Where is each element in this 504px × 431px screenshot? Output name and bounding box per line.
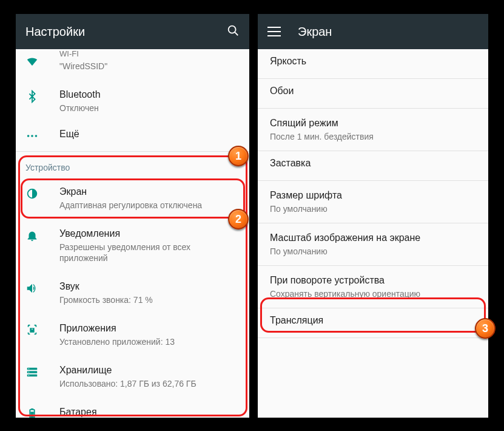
row-screensaver[interactable]: Заставка: [258, 151, 488, 180]
phone-left: Настройки WI-FI "WiredSSID" Bluetooth От…: [16, 14, 249, 418]
row-display[interactable]: Экран Адаптивная регулировка отключена: [16, 177, 249, 219]
bell-icon: [25, 228, 59, 242]
row-sound[interactable]: Звук Громкость звонка: 71 %: [16, 272, 249, 314]
appbar-display: Экран: [258, 14, 488, 49]
display-title: Экран: [59, 186, 240, 199]
svg-rect-14: [30, 412, 34, 418]
row-more[interactable]: Ещё: [16, 122, 249, 151]
cast-title: Трансляция: [270, 314, 479, 327]
row-rotation[interactable]: При повороте устройства Сохранять вертик…: [258, 266, 488, 308]
search-icon[interactable]: [226, 24, 240, 39]
row-notifications[interactable]: Уведомления Разрешены уведомления от все…: [16, 219, 249, 272]
bluetooth-icon: [25, 89, 59, 103]
svg-point-5: [32, 328, 33, 330]
apps-title: Приложения: [59, 322, 240, 335]
appbar-title: Настройки: [25, 25, 226, 39]
screensaver-title: Заставка: [270, 157, 479, 170]
row-battery[interactable]: Батарея 90 % – Батарея заряжена: [16, 398, 249, 418]
fontsize-title: Размер шрифта: [270, 189, 479, 202]
apps-subtitle: Установлено приложений: 13: [59, 336, 240, 347]
display-list: Яркость Обои Спящий режим После 1 мин. б…: [258, 49, 488, 338]
row-displaysize[interactable]: Масштаб изображения на экране По умолчан…: [258, 223, 488, 265]
row-sleep[interactable]: Спящий режим После 1 мин. бездействия: [258, 109, 488, 151]
svg-point-4: [35, 135, 38, 137]
brightness-title: Яркость: [270, 55, 479, 68]
notifications-subtitle: Разрешены уведомления от всех приложений: [59, 242, 240, 263]
wallpaper-title: Обои: [270, 85, 479, 98]
display-subtitle: Адаптивная регулировка отключена: [59, 200, 240, 211]
hamburger-icon[interactable]: [267, 25, 281, 38]
sleep-subtitle: После 1 мин. бездействия: [270, 131, 479, 142]
svg-point-0: [229, 26, 236, 33]
storage-subtitle: Использовано: 1,87 ГБ из 62,76 ГБ: [59, 378, 240, 389]
bluetooth-subtitle: Отключен: [59, 103, 240, 114]
sound-title: Звук: [59, 280, 240, 293]
svg-point-11: [29, 375, 29, 376]
storage-icon: [25, 364, 59, 379]
appbar-settings: Настройки: [16, 14, 249, 49]
sound-subtitle: Громкость звонка: 71 %: [59, 294, 240, 305]
row-wallpaper[interactable]: Обои: [258, 79, 488, 108]
appbar-title-right: Экран: [298, 25, 479, 39]
svg-rect-13: [31, 409, 33, 410]
phone-right: Экран Яркость Обои Спящий режим После 1 …: [258, 14, 488, 418]
rotation-subtitle: Сохранять вертикальную ориентацию: [270, 288, 479, 299]
svg-line-1: [235, 32, 238, 35]
sleep-title: Спящий режим: [270, 117, 479, 130]
more-icon: [25, 128, 59, 143]
wifi-icon: [25, 53, 59, 68]
svg-point-3: [31, 135, 33, 137]
display-icon: [25, 186, 59, 200]
notifications-title: Уведомления: [59, 228, 240, 240]
svg-point-2: [27, 135, 30, 137]
more-title: Ещё: [59, 128, 240, 141]
row-cast[interactable]: Трансляция: [258, 308, 488, 338]
displaysize-title: Масштаб изображения на экране: [270, 232, 479, 245]
row-storage[interactable]: Хранилище Использовано: 1,87 ГБ из 62,76…: [16, 356, 249, 398]
wifi-subtitle: "WiredSSID": [59, 61, 240, 72]
divider: [258, 338, 488, 338]
apps-icon: [25, 322, 59, 337]
bluetooth-title: Bluetooth: [59, 89, 240, 101]
svg-point-9: [29, 368, 29, 369]
fontsize-subtitle: По умолчанию: [270, 203, 479, 214]
section-device: Устройство: [16, 152, 249, 177]
row-apps[interactable]: Приложения Установлено приложений: 13: [16, 314, 249, 356]
speaker-icon: [25, 280, 59, 295]
displaysize-subtitle: По умолчанию: [270, 246, 479, 257]
row-fontsize[interactable]: Размер шрифта По умолчанию: [258, 181, 488, 223]
rotation-title: При повороте устройства: [270, 274, 479, 287]
row-wifi[interactable]: WI-FI "WiredSSID": [16, 49, 249, 80]
storage-title: Хранилище: [59, 364, 240, 377]
svg-point-10: [29, 372, 29, 372]
battery-title: Батарея: [59, 406, 240, 418]
row-bluetooth[interactable]: Bluetooth Отключен: [16, 80, 249, 122]
row-brightness[interactable]: Яркость: [258, 49, 488, 78]
settings-list: WI-FI "WiredSSID" Bluetooth Отключен Ещё…: [16, 49, 249, 418]
battery-icon: [25, 406, 59, 418]
wifi-title: WI-FI: [59, 49, 240, 59]
